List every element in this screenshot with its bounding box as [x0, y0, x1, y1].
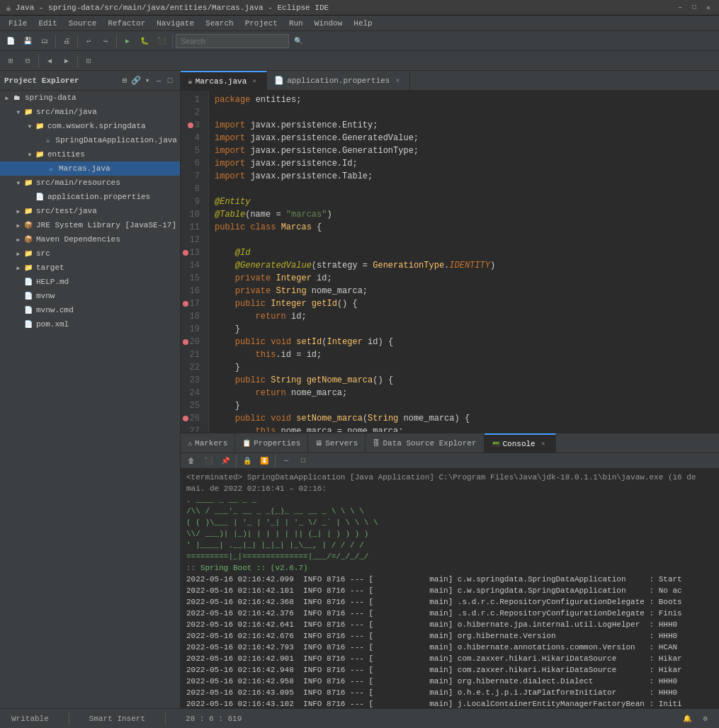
previous-button[interactable]: ◀: [42, 53, 57, 69]
collapse-all-icon[interactable]: ⊞: [119, 75, 130, 86]
bottom-tab-label: Properties: [254, 439, 300, 448]
save-button[interactable]: 💾: [20, 33, 35, 49]
undo-button[interactable]: ↩: [81, 33, 96, 49]
menu-item-edit[interactable]: Edit: [33, 18, 62, 29]
code-line: return nome_marca;: [215, 387, 719, 399]
bottom-tab[interactable]: ⚠Markers: [181, 433, 235, 453]
tree-item[interactable]: ▶📦JRE System Library [JavaSE-17]: [0, 218, 180, 232]
tree-item[interactable]: ▶🖿spring-data: [0, 91, 180, 105]
tree-item[interactable]: ▶📁src: [0, 246, 180, 261]
tree-item-icon: 📦: [23, 220, 34, 231]
code-line: private String nome_marca;: [215, 285, 719, 297]
tree-item[interactable]: ▼📁com.wswork.springdata: [0, 119, 180, 133]
code-content[interactable]: package entities;import javax.persistenc…: [209, 91, 719, 432]
minimize-button[interactable]: –: [675, 3, 685, 13]
scroll-lock-button[interactable]: 🔒: [239, 453, 255, 469]
terminate-button[interactable]: ⬛: [200, 453, 216, 469]
tree-arrow-icon: ▼: [14, 108, 23, 116]
tree-item-label: Maven Dependencies: [36, 235, 120, 244]
tree-item[interactable]: 📄mvnw.cmd: [0, 303, 180, 317]
code-editor[interactable]: 1234567891011121314151617181920212223242…: [181, 91, 719, 432]
menu-item-project[interactable]: Project: [239, 18, 283, 29]
console-minimize[interactable]: —: [278, 453, 294, 469]
code-line: public void setId(Integer id) {: [215, 336, 719, 348]
menu-item-run[interactable]: Run: [283, 18, 309, 29]
console-toolbar: 🗑 ⬛ 📌 🔒 ⏬ — □: [181, 453, 719, 469]
clear-console-button[interactable]: 🗑: [183, 453, 199, 469]
line-number: 18: [181, 310, 205, 323]
status-notification-icon[interactable]: 🔔: [679, 711, 695, 727]
tree-item[interactable]: ▼📁src/main/resources: [0, 176, 180, 190]
tree-item[interactable]: 📄pom.xml: [0, 317, 180, 331]
search-button[interactable]: 🔍: [290, 33, 306, 49]
main-layout: Project Explorer ⊞ 🔗 ▾ — □ ▶🖿spring-data…: [0, 71, 719, 708]
console-spring-line: /\\ / ___'_ __ _ _(_)_ __ __ _ \ \ \ \: [186, 506, 713, 517]
tree-item[interactable]: ▼📁entities: [0, 147, 180, 161]
line-number: 6: [181, 157, 205, 170]
tree-item[interactable]: ▼📁src/main/java: [0, 105, 180, 119]
stop-button[interactable]: ⬛: [154, 33, 169, 49]
minimize-view-icon[interactable]: —: [153, 75, 164, 86]
menu-item-refactor[interactable]: Refactor: [102, 18, 151, 29]
status-writable[interactable]: Writable: [6, 715, 55, 723]
view-menu-icon[interactable]: ▾: [142, 75, 153, 86]
tree-item[interactable]: 📄mvnw: [0, 289, 180, 303]
tree-item[interactable]: ▶📁target: [0, 261, 180, 275]
tree-item[interactable]: ▶📁src/test/java: [0, 204, 180, 218]
sep-c1: [236, 455, 237, 467]
close-button[interactable]: ✕: [703, 3, 713, 13]
tree-item[interactable]: ☕SpringDataApplication.java: [0, 133, 180, 147]
tree-item-icon: 📄: [23, 290, 34, 302]
maximize-button[interactable]: □: [689, 3, 699, 13]
console-maximize[interactable]: □: [295, 453, 311, 469]
tree-item-icon: ☕: [43, 135, 53, 146]
bottom-panel: ⚠Markers📋Properties🖥Servers🗄Data Source …: [181, 432, 719, 708]
tree-item[interactable]: 📄HELP.md: [0, 275, 180, 289]
tree-item[interactable]: 📄application.properties: [0, 190, 180, 204]
bottom-tab[interactable]: 📟Console✕: [485, 433, 556, 453]
tree-item[interactable]: ▶📦Maven Dependencies: [0, 232, 180, 246]
menu-item-search[interactable]: Search: [200, 18, 239, 29]
code-line: }: [215, 399, 719, 412]
code-line: [215, 183, 719, 195]
menu-item-help[interactable]: Help: [348, 18, 378, 29]
perspective-button[interactable]: ⊞: [3, 53, 18, 69]
menu-item-window[interactable]: Window: [309, 18, 349, 29]
new-file-button[interactable]: 📄: [3, 33, 18, 49]
toolbar-1: 📄 💾 🗂 🖨 ↩ ↪ ▶ 🐛 ⬛ 🔍: [0, 31, 719, 51]
line-number: 11: [181, 221, 205, 234]
bottom-tab[interactable]: 🗄Data Source Explorer: [366, 433, 484, 453]
menu-item-navigate[interactable]: Navigate: [151, 18, 200, 29]
bottom-tab-close-button[interactable]: ✕: [538, 439, 548, 449]
menu-item-file[interactable]: File: [3, 18, 33, 29]
tree-arrow-icon: [35, 136, 43, 144]
tree-arrow-icon: [14, 278, 23, 286]
editor-tab[interactable]: 📄application.properties✕: [267, 71, 410, 90]
pin-console-button[interactable]: 📌: [217, 453, 233, 469]
tree-item-label: application.properties: [47, 193, 150, 201]
code-line: public void setNome_marca(String nome_ma…: [215, 412, 719, 425]
save-all-button[interactable]: 🗂: [37, 33, 52, 49]
maximize-view-button[interactable]: ⊡: [81, 53, 96, 69]
run-button[interactable]: ▶: [120, 33, 135, 49]
debug-button[interactable]: 🐛: [137, 33, 152, 49]
print-button[interactable]: 🖨: [59, 33, 74, 49]
redo-button[interactable]: ↪: [98, 33, 113, 49]
bottom-tab[interactable]: 🖥Servers: [308, 433, 366, 453]
tab-close-button[interactable]: ✕: [249, 76, 259, 86]
status-insert-mode[interactable]: Smart Insert: [84, 715, 151, 723]
breakpoint-dot: [183, 416, 188, 421]
menu-item-source[interactable]: Source: [63, 18, 103, 29]
bottom-tab[interactable]: 📋Properties: [235, 433, 308, 453]
scroll-end-button[interactable]: ⏬: [256, 453, 272, 469]
next-button[interactable]: ▶: [59, 53, 74, 69]
link-with-editor-icon[interactable]: 🔗: [130, 75, 142, 86]
status-settings-icon[interactable]: ⚙: [698, 711, 713, 727]
sep-3: [116, 35, 117, 47]
editor-tab[interactable]: ☕Marcas.java✕: [181, 71, 267, 90]
maximize-view-icon[interactable]: □: [164, 75, 176, 86]
search-input[interactable]: [176, 34, 289, 48]
tree-item[interactable]: ☕Marcas.java: [0, 161, 180, 176]
view-button[interactable]: ⊟: [20, 53, 35, 69]
tab-close-button[interactable]: ✕: [392, 76, 402, 86]
